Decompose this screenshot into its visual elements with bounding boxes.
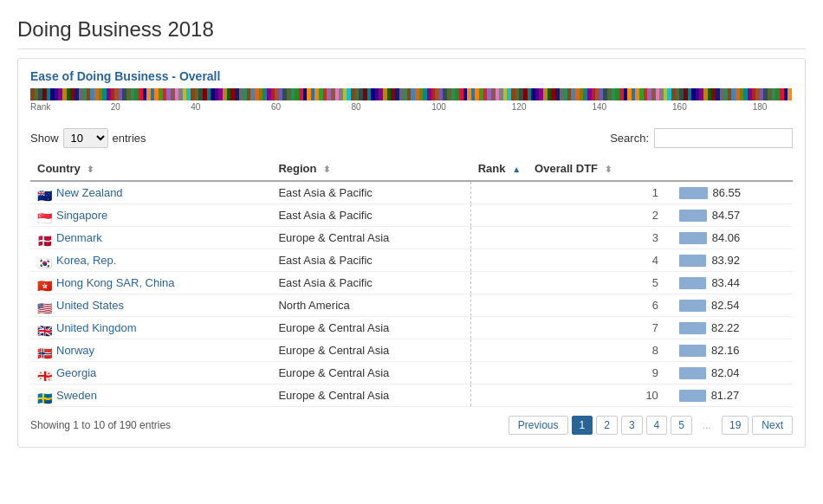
dtf-bar <box>679 277 707 289</box>
page-4-button[interactable]: 4 <box>646 416 668 435</box>
page-19-button[interactable]: 19 <box>722 416 748 435</box>
dtf-cell: 82.22 <box>672 317 793 339</box>
dtf-bar <box>679 210 707 222</box>
flag-icon: 🇬🇪 <box>37 369 53 379</box>
table-row: 🇳🇿New ZealandEast Asia & Pacific186.55 <box>30 181 793 204</box>
table-body: 🇳🇿New ZealandEast Asia & Pacific186.55🇸🇬… <box>30 181 793 407</box>
country-cell: 🇺🇸United States <box>30 294 271 317</box>
ellipsis: ... <box>696 417 718 434</box>
search-label: Search: <box>610 132 649 145</box>
dtf-bar <box>679 300 706 312</box>
table-row: 🇸🇪SwedenEurope & Central Asia1081.27 <box>30 384 793 407</box>
region-cell: Europe & Central Asia <box>271 362 470 384</box>
pagination: Previous 1 2 3 4 5 ... 19 Next <box>509 416 793 435</box>
country-link[interactable]: Sweden <box>56 389 97 402</box>
search-input[interactable] <box>654 128 793 148</box>
dtf-value: 84.06 <box>712 231 741 244</box>
rank-sort-icon: ▲ <box>512 165 521 174</box>
page-2-button[interactable]: 2 <box>596 416 618 435</box>
country-sort-icon: ⬍ <box>87 165 94 174</box>
rank-cell: 1 <box>528 181 672 204</box>
next-button[interactable]: Next <box>752 416 793 435</box>
rank-divider <box>471 181 528 204</box>
dtf-value: 81.27 <box>711 389 740 402</box>
region-cell: Europe & Central Asia <box>271 339 470 362</box>
main-card: Ease of Doing Business - Overall Rank204… <box>17 58 806 448</box>
rank-divider <box>471 249 528 272</box>
chart-title: Ease of Doing Business - Overall <box>30 69 793 83</box>
dtf-cell: 82.16 <box>672 339 793 362</box>
col-rank[interactable]: Rank ▲ <box>471 157 528 181</box>
col-region[interactable]: Region ⬍ <box>271 157 470 181</box>
dtf-cell: 84.06 <box>672 227 793 249</box>
table-row: 🇩🇰DenmarkEurope & Central Asia384.06 <box>30 227 793 249</box>
dtf-value: 82.04 <box>711 366 740 379</box>
entries-select[interactable]: 10 25 50 100 <box>63 128 108 148</box>
country-link[interactable]: Singapore <box>56 209 107 222</box>
dtf-cell: 81.27 <box>672 384 793 407</box>
dtf-bar <box>679 322 706 334</box>
country-link[interactable]: United Kingdom <box>56 321 137 334</box>
flag-icon: 🇭🇰 <box>37 279 53 289</box>
col-dtf[interactable]: Overall DTF ⬍ <box>528 157 672 181</box>
country-link[interactable]: Denmark <box>56 231 102 244</box>
region-cell: East Asia & Pacific <box>271 272 470 294</box>
dtf-bar <box>679 390 706 402</box>
rank-bar-container <box>30 88 793 100</box>
flag-icon: 🇸🇪 <box>37 391 53 402</box>
search-row: Search: <box>610 128 793 148</box>
dtf-bar <box>679 345 706 357</box>
region-cell: East Asia & Pacific <box>271 181 470 204</box>
rank-cell: 10 <box>528 384 672 407</box>
dtf-value: 82.54 <box>711 299 740 312</box>
country-cell: 🇭🇰Hong Kong SAR, China <box>30 272 271 294</box>
rank-cell: 9 <box>528 362 672 384</box>
country-link[interactable]: Hong Kong SAR, China <box>56 276 175 289</box>
page-3-button[interactable]: 3 <box>621 416 643 435</box>
showing-text: Showing 1 to 10 of 190 entries <box>30 419 171 431</box>
dtf-value: 84.57 <box>712 209 741 222</box>
dtf-value: 86.55 <box>713 186 742 199</box>
flag-icon: 🇬🇧 <box>37 324 53 334</box>
flag-icon: 🇳🇿 <box>37 189 53 199</box>
rank-bar <box>30 88 793 100</box>
prev-button[interactable]: Previous <box>509 416 568 435</box>
country-link[interactable]: United States <box>56 299 124 312</box>
rank-cell: 6 <box>528 294 672 317</box>
rank-cell: 5 <box>528 272 672 294</box>
dtf-sort-icon: ⬍ <box>605 165 612 174</box>
col-country[interactable]: Country ⬍ <box>30 157 271 181</box>
country-link[interactable]: Korea, Rep. <box>56 254 116 267</box>
dtf-bar <box>679 367 706 379</box>
dtf-bar <box>679 255 707 267</box>
page-title: Doing Business 2018 <box>17 9 806 49</box>
page-1-button[interactable]: 1 <box>572 416 593 435</box>
show-label: Show <box>30 132 59 145</box>
table-row: 🇳🇴NorwayEurope & Central Asia882.16 <box>30 339 793 362</box>
country-cell: 🇩🇰Denmark <box>30 227 271 249</box>
country-cell: 🇳🇿New Zealand <box>30 181 271 204</box>
table-row: 🇬🇪GeorgiaEurope & Central Asia982.04 <box>30 362 793 384</box>
region-cell: Europe & Central Asia <box>271 317 470 339</box>
rank-cell: 7 <box>528 317 672 339</box>
country-cell: 🇬🇪Georgia <box>30 362 271 384</box>
dtf-value: 83.44 <box>711 276 740 289</box>
country-link[interactable]: New Zealand <box>56 186 123 199</box>
rank-divider <box>471 384 528 407</box>
country-cell: 🇸🇬Singapore <box>30 204 271 227</box>
country-link[interactable]: Norway <box>56 344 94 357</box>
country-cell: 🇬🇧United Kingdom <box>30 317 271 339</box>
region-cell: East Asia & Pacific <box>271 204 470 227</box>
table-row: 🇺🇸United StatesNorth America682.54 <box>30 294 793 317</box>
region-cell: Europe & Central Asia <box>271 227 470 249</box>
data-table: Country ⬍ Region ⬍ Rank ▲ Overall DTF ⬍ … <box>30 157 793 407</box>
table-row: 🇰🇷Korea, Rep.East Asia & Pacific483.92 <box>30 249 793 272</box>
page-5-button[interactable]: 5 <box>671 416 692 435</box>
country-cell: 🇳🇴Norway <box>30 339 271 362</box>
rank-cell: 2 <box>528 204 672 227</box>
country-link[interactable]: Georgia <box>56 366 96 379</box>
rank-divider <box>471 227 528 249</box>
dtf-cell: 86.55 <box>672 181 793 204</box>
rank-cell: 4 <box>528 249 672 272</box>
entries-label: entries <box>113 132 146 145</box>
